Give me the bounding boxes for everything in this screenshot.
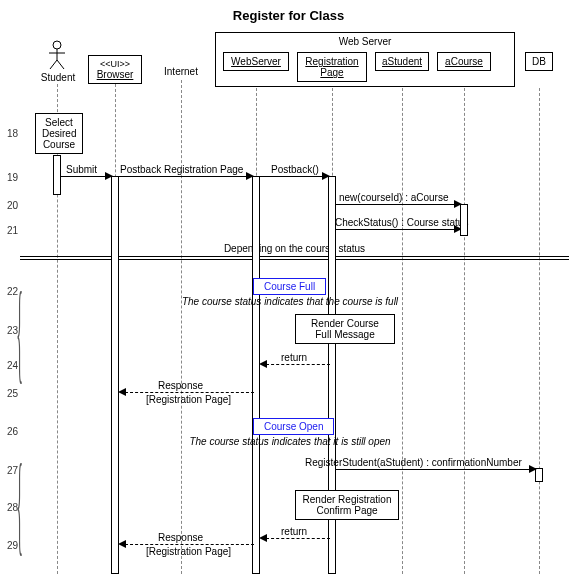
svg-line-3: [50, 60, 57, 69]
act-webserver: [252, 176, 260, 574]
db-head: DB: [525, 52, 553, 71]
act-acourse: [460, 204, 468, 236]
row-19: 19: [0, 172, 18, 183]
divider-top: [20, 256, 569, 257]
astudent-head: aStudent: [375, 52, 429, 71]
frag-course-open: Course Open: [253, 418, 334, 435]
svg-marker-14: [118, 540, 126, 548]
row-18: 18: [0, 128, 18, 139]
divider-bot: [20, 259, 569, 260]
webserver-head: WebServer: [223, 52, 289, 71]
render-full-note: Render Course Full Message: [295, 314, 395, 344]
select-course-note: Select Desired Course: [35, 113, 83, 154]
brace-full: {: [16, 266, 23, 398]
server-group-label: Web Server: [215, 36, 515, 47]
browser-head: <<UI>> Browser: [88, 55, 142, 84]
student-label: Student: [38, 72, 78, 83]
act-student: [53, 155, 61, 195]
frag-course-full: Course Full: [253, 278, 326, 295]
internet-label: Internet: [156, 66, 206, 77]
regpage-head: Registration Page: [297, 52, 367, 82]
depending-label: Depending on the course status: [20, 243, 569, 254]
act-browser: [111, 176, 119, 574]
row-20: 20: [0, 200, 18, 211]
student-actor-icon: [48, 40, 66, 70]
render-confirm-note: Render Registration Confirm Page: [295, 490, 399, 520]
note-course-full: The course status indicates that the cou…: [150, 296, 430, 307]
sequence-diagram: Register for Class Web Server Student <<…: [0, 0, 577, 580]
row-26: 26: [0, 426, 18, 437]
svg-point-0: [53, 41, 61, 49]
svg-marker-11: [118, 388, 126, 396]
row-21: 21: [0, 225, 18, 236]
browser-stereo: <<UI>>: [95, 59, 135, 69]
note-course-open: The course status indicates that it is s…: [150, 436, 430, 447]
svg-marker-12: [529, 465, 537, 473]
lifeline-internet: [181, 80, 182, 574]
browser-label: Browser: [95, 69, 135, 80]
diagram-title: Register for Class: [0, 8, 577, 23]
acourse-head: aCourse: [437, 52, 491, 71]
svg-line-4: [57, 60, 64, 69]
lifeline-astudent: [402, 88, 403, 574]
lifeline-db: [539, 88, 540, 574]
lifeline-acourse: [464, 88, 465, 574]
brace-open: {: [16, 438, 23, 570]
svg-marker-10: [259, 360, 267, 368]
svg-marker-13: [259, 534, 267, 542]
